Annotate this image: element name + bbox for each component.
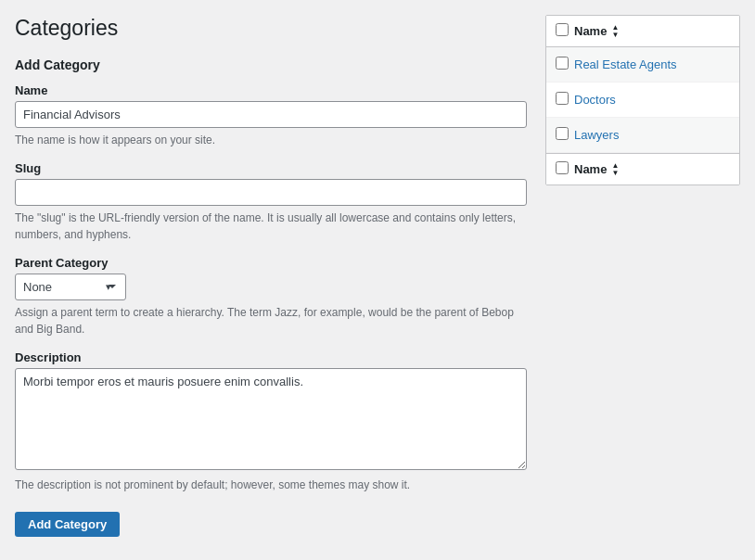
sort-icon[interactable]: ▲▼ bbox=[611, 24, 619, 39]
slug-field-group: Slug The "slug" is the URL-friendly vers… bbox=[15, 161, 527, 243]
slug-input[interactable] bbox=[15, 179, 527, 206]
sort-icon-footer[interactable]: ▲▼ bbox=[611, 162, 619, 177]
description-label: Description bbox=[15, 350, 527, 364]
name-input[interactable] bbox=[15, 101, 527, 128]
parent-category-select[interactable]: None bbox=[15, 274, 126, 300]
description-field-group: Description Morbi tempor eros et mauris … bbox=[15, 350, 527, 493]
category-list-panel: Name ▲▼ Real Estate Agents Doctors bbox=[545, 15, 740, 185]
slug-help-text: The "slug" is the URL-friendly version o… bbox=[15, 210, 527, 243]
parent-category-label: Parent Category bbox=[15, 256, 527, 270]
name-label: Name bbox=[15, 83, 527, 97]
add-category-button[interactable]: Add Category bbox=[15, 512, 120, 537]
parent-help-text: Assign a parent term to create a hierarc… bbox=[15, 304, 527, 337]
category-table: Name ▲▼ Real Estate Agents Doctors bbox=[546, 16, 739, 185]
select-all-checkbox[interactable] bbox=[556, 23, 569, 36]
list-item: Real Estate Agents bbox=[546, 47, 739, 83]
description-help-text: The description is not prominent by defa… bbox=[15, 477, 527, 493]
list-item: Lawyers bbox=[546, 118, 739, 153]
form-heading: Add Category bbox=[15, 57, 527, 72]
category-checkbox-1[interactable] bbox=[556, 57, 569, 70]
category-link-lawyers[interactable]: Lawyers bbox=[574, 128, 619, 142]
category-link-doctors[interactable]: Doctors bbox=[574, 93, 616, 107]
description-input[interactable]: Morbi tempor eros et mauris posuere enim… bbox=[15, 368, 527, 470]
header-name-label: Name bbox=[574, 24, 607, 38]
category-checkbox-2[interactable] bbox=[556, 92, 569, 105]
select-all-footer-checkbox[interactable] bbox=[556, 161, 569, 174]
slug-label: Slug bbox=[15, 161, 527, 175]
parent-category-field-group: Parent Category None ▾ Assign a parent t… bbox=[15, 256, 527, 337]
category-table-header: Name ▲▼ bbox=[546, 16, 739, 47]
footer-name-label: Name bbox=[574, 162, 607, 176]
category-link-real-estate-agents[interactable]: Real Estate Agents bbox=[574, 57, 677, 71]
name-help-text: The name is how it appears on your site. bbox=[15, 132, 527, 148]
category-table-footer: Name ▲▼ bbox=[546, 153, 739, 185]
page-title: Categories bbox=[15, 15, 527, 43]
name-field-group: Name The name is how it appears on your … bbox=[15, 83, 527, 148]
category-checkbox-3[interactable] bbox=[556, 127, 569, 140]
list-item: Doctors bbox=[546, 83, 739, 118]
